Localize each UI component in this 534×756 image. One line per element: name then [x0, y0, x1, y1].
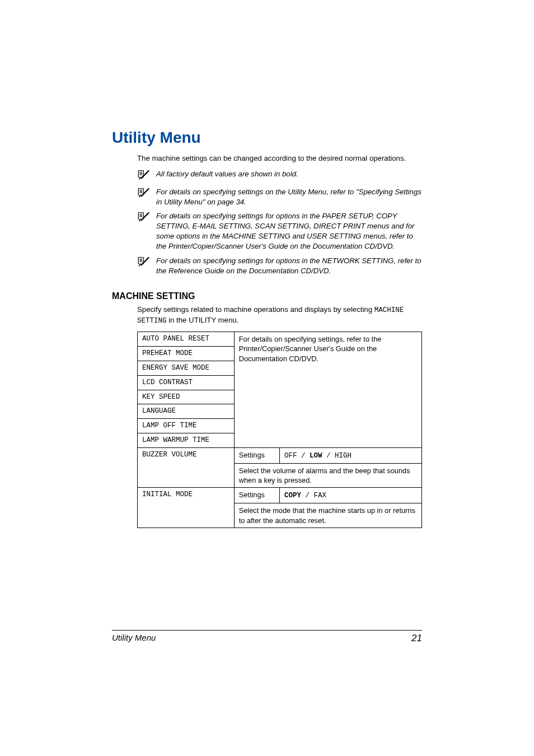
setting-label: AUTO PANEL RESET [138, 332, 235, 347]
page-footer: Utility Menu 21 [112, 630, 422, 644]
footer-left: Utility Menu [112, 633, 156, 644]
settings-heading: Settings [234, 488, 279, 503]
note-icon [137, 211, 156, 225]
section-intro-post: in the UTILITY menu. [167, 316, 239, 324]
opt-fax: FAX [314, 492, 327, 500]
section-intro: Specify settings related to machine oper… [137, 305, 422, 326]
note-row: All factory default values are shown in … [137, 169, 422, 183]
settings-options: COPY / FAX [279, 488, 421, 503]
note-text: For details on specifying settings for o… [156, 211, 422, 251]
settings-options: OFF / LOW / HIGH [279, 448, 421, 464]
setting-label: LAMP OFF TIME [138, 419, 235, 433]
note-icon [137, 187, 156, 200]
sep: / [297, 452, 310, 460]
setting-label: KEY SPEED [138, 390, 235, 404]
note-text: All factory default values are shown in … [156, 169, 422, 179]
setting-label: PREHEAT MODE [138, 346, 235, 361]
section-heading: MACHINE SETTING [112, 291, 422, 301]
sep: / [301, 492, 314, 500]
setting-desc: Select the volume of alarms and the beep… [234, 463, 421, 488]
section-intro-pre: Specify settings related to machine oper… [137, 305, 374, 314]
note-text: For details on specifying settings on th… [156, 187, 422, 207]
table-row: INITIAL MODE Settings COPY / FAX [138, 488, 422, 503]
setting-label: LANGUAGE [138, 404, 235, 419]
note-text: For details on specifying settings for o… [156, 256, 422, 276]
setting-label: INITIAL MODE [138, 488, 235, 528]
note-row: For details on specifying settings for o… [137, 256, 422, 276]
setting-passthrough-desc: For details on specifying settings, refe… [234, 332, 421, 448]
settings-table: AUTO PANEL RESET For details on specifyi… [137, 332, 422, 528]
setting-desc: Select the mode that the machine starts … [234, 503, 421, 528]
sep: / [322, 452, 335, 460]
setting-label: LAMP WARMUP TIME [138, 433, 235, 448]
intro-text: The machine settings can be changed acco… [137, 153, 422, 164]
note-icon [137, 169, 156, 183]
footer-page-number: 21 [411, 633, 422, 644]
settings-heading: Settings [234, 448, 279, 464]
opt-copy: COPY [284, 492, 301, 500]
note-row: For details on specifying settings on th… [137, 187, 422, 207]
setting-label: BUZZER VOLUME [138, 448, 235, 488]
opt-low: LOW [310, 452, 322, 460]
setting-label: LCD CONTRAST [138, 375, 235, 390]
note-row: For details on specifying settings for o… [137, 211, 422, 251]
table-row: BUZZER VOLUME Settings OFF / LOW / HIGH [138, 448, 422, 464]
opt-high: HIGH [335, 452, 352, 460]
note-icon [137, 256, 156, 269]
page-title: Utility Menu [112, 129, 422, 147]
setting-label: ENERGY SAVE MODE [138, 361, 235, 375]
table-row: AUTO PANEL RESET For details on specifyi… [138, 332, 422, 347]
opt-off: OFF [284, 452, 297, 460]
